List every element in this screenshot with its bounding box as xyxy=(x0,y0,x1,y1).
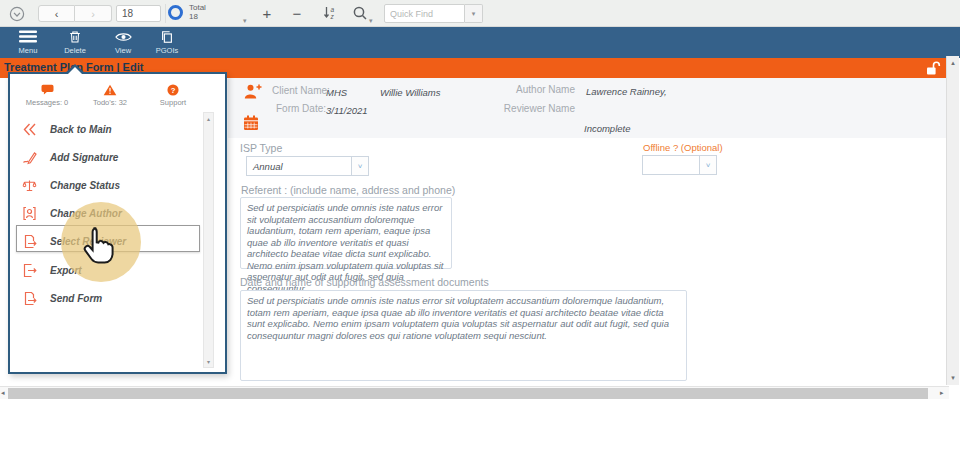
offline-optional-label: Offline ? (Optional) xyxy=(643,142,723,153)
offline-select[interactable]: ˅ xyxy=(642,155,717,175)
quick-find-input[interactable] xyxy=(384,4,465,23)
pgois-button-label: PGOIs xyxy=(156,46,179,55)
change-author-icon xyxy=(22,206,38,221)
client-name-value: Willie Williams xyxy=(380,87,441,98)
menu-item-label: Change Status xyxy=(50,180,120,191)
total-label: Total xyxy=(189,3,206,12)
menu-item-change-status[interactable]: Change Status xyxy=(22,174,120,196)
warning-triangle-icon xyxy=(103,82,117,94)
menu-item-label: Back to Main xyxy=(50,124,112,135)
menu-item-back-to-main[interactable]: Back to Main xyxy=(22,118,112,140)
hand-cursor-icon xyxy=(80,226,114,266)
client-name-label: Client Name: xyxy=(272,85,330,96)
offline-value xyxy=(642,155,700,175)
reviewer-name-label: Reviewer Name xyxy=(495,103,575,114)
chevrons-left-icon xyxy=(22,122,38,137)
horizontal-scrollbar[interactable]: ◂ ▸ xyxy=(0,386,949,399)
menu-item-label: Add Signature xyxy=(50,152,118,163)
todos-stat-label: Todo's: 32 xyxy=(93,98,127,107)
form-date-label: Form Date: xyxy=(276,103,326,114)
delete-button[interactable]: Delete xyxy=(55,29,95,57)
assessment-docs-textarea[interactable]: Sed ut perspiciatis unde omnis iste natu… xyxy=(240,290,687,381)
sort-az-icon[interactable]: a z xyxy=(322,5,338,21)
question-circle-icon: ? xyxy=(167,82,179,94)
scroll-up-icon[interactable]: ▴ xyxy=(947,59,959,67)
action-bar: Menu Delete View xyxy=(0,27,960,58)
support-stat[interactable]: ? Support xyxy=(142,82,204,107)
vertical-scrollbar[interactable]: ▴ ▾ xyxy=(946,56,959,385)
menu-item-send-form[interactable]: Send Form xyxy=(22,287,102,309)
menu-item-label: Send Form xyxy=(50,293,102,304)
messages-stat-label: Messages: 0 xyxy=(26,98,69,107)
status-text: Incomplete xyxy=(584,123,630,134)
zoom-out-button[interactable]: − xyxy=(286,2,308,24)
support-stat-label: Support xyxy=(160,98,186,107)
circle-chevron-down-icon[interactable] xyxy=(9,6,25,22)
isp-type-label: ISP Type xyxy=(240,142,282,154)
toolbar-separator xyxy=(165,4,166,23)
scroll-down-icon[interactable]: ▾ xyxy=(204,358,213,365)
signature-icon xyxy=(22,150,38,165)
assessment-docs-label: Date and name of supporting assessment d… xyxy=(240,276,489,288)
menu-button[interactable]: Menu xyxy=(8,29,48,57)
zoom-in-button[interactable]: + xyxy=(256,2,278,24)
client-person-icon xyxy=(243,83,263,101)
client-code-value: MHS xyxy=(326,87,347,98)
menu-button-label: Menu xyxy=(19,46,38,55)
menu-item-add-signature[interactable]: Add Signature xyxy=(22,146,118,168)
svg-text:?: ? xyxy=(171,86,176,95)
top-toolbar: ‹ › Total 18 ▾ + − a z ▾ xyxy=(0,0,960,27)
pgois-button[interactable]: PGOIs xyxy=(147,29,187,57)
pages-icon xyxy=(160,29,174,44)
search-icon[interactable] xyxy=(352,5,368,21)
svg-text:a: a xyxy=(331,6,335,13)
total-records-widget[interactable]: Total 18 xyxy=(168,3,206,21)
scales-icon xyxy=(22,178,38,193)
svg-text:z: z xyxy=(330,13,335,20)
chevron-down-icon: ˅ xyxy=(700,155,717,175)
record-number-input[interactable] xyxy=(116,5,161,22)
total-value: 18 xyxy=(189,12,206,21)
document-arrow-icon xyxy=(22,234,38,249)
isp-type-value: Annual xyxy=(246,156,352,176)
calendar-icon[interactable] xyxy=(243,115,259,131)
speech-bubble-icon xyxy=(40,82,55,94)
total-dropdown-caret-icon[interactable]: ▾ xyxy=(243,17,247,25)
app-window: ‹ › Total 18 ▾ + − a z ▾ xyxy=(0,0,960,469)
messages-stat[interactable]: Messages: 0 xyxy=(16,82,78,107)
referent-label: Referent : (include name, address and ph… xyxy=(241,184,455,196)
view-button-label: View xyxy=(115,46,131,55)
chevron-down-icon: ˅ xyxy=(352,156,369,176)
isp-type-select[interactable]: Annual ˅ xyxy=(246,156,369,176)
hamburger-icon xyxy=(19,29,37,44)
author-name-label: Author Name xyxy=(495,84,575,95)
scroll-up-icon[interactable]: ▴ xyxy=(204,115,213,122)
panel-stats-row: Messages: 0 Todo's: 32 ? xyxy=(16,82,204,107)
referent-textarea[interactable]: Sed ut perspiciatis unde omnis iste natu… xyxy=(240,197,452,269)
author-name-value: Lawrence Rainney, xyxy=(586,86,667,97)
document-arrow-icon xyxy=(22,291,38,306)
scroll-right-icon[interactable]: ▸ xyxy=(940,389,944,397)
eye-icon xyxy=(115,29,132,44)
unlock-icon[interactable] xyxy=(925,60,941,76)
view-button[interactable]: View xyxy=(103,29,143,57)
trash-icon xyxy=(68,29,82,44)
record-nav-group: ‹ › xyxy=(38,5,112,22)
next-record-button[interactable]: › xyxy=(75,5,112,22)
scroll-down-icon[interactable]: ▾ xyxy=(947,374,959,382)
form-date-value[interactable]: 3/11/2021 xyxy=(326,105,368,116)
quick-find-dropdown-button[interactable]: ▾ xyxy=(465,4,483,23)
search-dropdown-caret-icon[interactable]: ▾ xyxy=(369,17,373,25)
previous-record-button[interactable]: ‹ xyxy=(38,5,75,22)
export-icon xyxy=(22,263,38,278)
scroll-left-icon[interactable]: ◂ xyxy=(1,389,5,397)
panel-scrollbar[interactable]: ▴ ▾ xyxy=(203,112,214,368)
todos-stat[interactable]: Todo's: 32 xyxy=(79,82,141,107)
horizontal-scrollbar-thumb[interactable] xyxy=(8,388,928,399)
total-ring-icon xyxy=(168,5,183,20)
delete-button-label: Delete xyxy=(64,46,86,55)
